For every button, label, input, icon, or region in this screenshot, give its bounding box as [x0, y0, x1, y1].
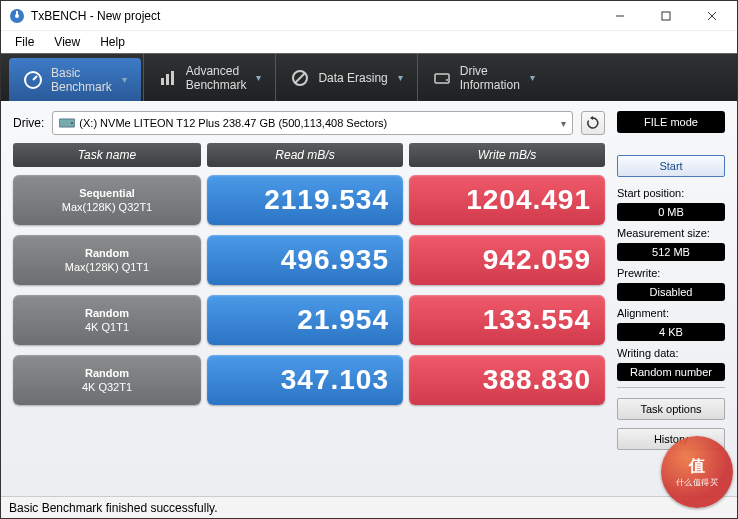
svg-rect-14 — [435, 74, 449, 83]
tab-label-l2: Benchmark — [51, 80, 112, 94]
start-button[interactable]: Start — [617, 155, 725, 177]
titlebar: TxBENCH - New project — [1, 1, 737, 31]
refresh-icon — [586, 116, 600, 130]
chevron-down-icon: ▾ — [122, 74, 127, 85]
erase-icon — [290, 68, 310, 88]
menu-help[interactable]: Help — [92, 33, 133, 51]
results-header: Task name Read mB/s Write mB/s — [13, 143, 605, 167]
prewrite-label: Prewrite: — [617, 267, 725, 279]
result-row: Random4K Q32T1 347.103 388.830 — [13, 355, 605, 405]
task-cell: SequentialMax(128K) Q32T1 — [13, 175, 201, 225]
drive-select[interactable]: (X:) NVMe LITEON T12 Plus 238.47 GB (500… — [52, 111, 573, 135]
maximize-button[interactable] — [643, 1, 689, 31]
read-value: 21.954 — [207, 295, 403, 345]
measurement-size-value: 512 MB — [617, 243, 725, 261]
tab-advanced-benchmark[interactable]: AdvancedBenchmark ▾ — [143, 54, 276, 101]
tab-data-erasing[interactable]: Data Erasing ▾ — [275, 54, 416, 101]
menubar: File View Help — [1, 31, 737, 53]
chevron-down-icon: ▾ — [561, 118, 566, 129]
gauge-icon — [23, 70, 43, 90]
writing-data-value: Random number — [617, 363, 725, 381]
drive-label: Drive: — [13, 116, 44, 130]
alignment-label: Alignment: — [617, 307, 725, 319]
svg-rect-11 — [171, 71, 174, 85]
divider — [617, 387, 725, 388]
read-value: 347.103 — [207, 355, 403, 405]
main-column: Drive: (X:) NVMe LITEON T12 Plus 238.47 … — [13, 111, 605, 492]
drive-icon — [432, 68, 452, 88]
svg-point-2 — [15, 14, 19, 18]
drive-value: (X:) NVMe LITEON T12 Plus 238.47 GB (500… — [79, 117, 387, 129]
task-cell: Random4K Q1T1 — [13, 295, 201, 345]
svg-point-17 — [71, 122, 73, 124]
header-read: Read mB/s — [207, 143, 403, 167]
write-value: 1204.491 — [409, 175, 605, 225]
statusbar: Basic Benchmark finished successfully. — [1, 496, 737, 518]
window-title: TxBENCH - New project — [31, 9, 597, 23]
prewrite-value: Disabled — [617, 283, 725, 301]
measurement-size-label: Measurement size: — [617, 227, 725, 239]
watermark-badge: 值 什么值得买 — [661, 436, 733, 508]
minimize-button[interactable] — [597, 1, 643, 31]
file-mode-indicator: FILE mode — [617, 111, 725, 133]
svg-line-13 — [295, 73, 305, 83]
header-task: Task name — [13, 143, 201, 167]
drive-row: Drive: (X:) NVMe LITEON T12 Plus 238.47 … — [13, 111, 605, 135]
write-value: 388.830 — [409, 355, 605, 405]
close-button[interactable] — [689, 1, 735, 31]
header-write: Write mB/s — [409, 143, 605, 167]
svg-rect-9 — [161, 78, 164, 85]
start-position-value: 0 MB — [617, 203, 725, 221]
svg-line-8 — [33, 76, 37, 80]
task-cell: Random4K Q32T1 — [13, 355, 201, 405]
tabbar: BasicBenchmark ▾ AdvancedBenchmark ▾ Dat… — [1, 53, 737, 101]
watermark-main: 值 — [689, 456, 705, 477]
refresh-button[interactable] — [581, 111, 605, 135]
read-value: 2119.534 — [207, 175, 403, 225]
svg-rect-4 — [662, 12, 670, 20]
tab-drive-information[interactable]: DriveInformation ▾ — [417, 54, 549, 101]
alignment-value: 4 KB — [617, 323, 725, 341]
write-value: 133.554 — [409, 295, 605, 345]
chevron-down-icon: ▾ — [530, 72, 535, 83]
start-position-label: Start position: — [617, 187, 725, 199]
app-icon — [9, 8, 25, 24]
menu-view[interactable]: View — [46, 33, 88, 51]
bar-chart-icon — [158, 68, 178, 88]
read-value: 496.935 — [207, 235, 403, 285]
svg-rect-10 — [166, 74, 169, 85]
result-row: Random4K Q1T1 21.954 133.554 — [13, 295, 605, 345]
chevron-down-icon: ▾ — [256, 72, 261, 83]
tab-label-l1: Basic — [51, 66, 80, 80]
task-options-button[interactable]: Task options — [617, 398, 725, 420]
tab-basic-benchmark[interactable]: BasicBenchmark ▾ — [9, 58, 141, 101]
body-area: Drive: (X:) NVMe LITEON T12 Plus 238.47 … — [1, 101, 737, 496]
status-text: Basic Benchmark finished successfully. — [9, 501, 218, 515]
menu-file[interactable]: File — [7, 33, 42, 51]
writing-data-label: Writing data: — [617, 347, 725, 359]
result-row: RandomMax(128K) Q1T1 496.935 942.059 — [13, 235, 605, 285]
result-row: SequentialMax(128K) Q32T1 2119.534 1204.… — [13, 175, 605, 225]
chevron-down-icon: ▾ — [398, 72, 403, 83]
task-cell: RandomMax(128K) Q1T1 — [13, 235, 201, 285]
side-column: FILE mode Start Start position: 0 MB Mea… — [617, 111, 725, 492]
write-value: 942.059 — [409, 235, 605, 285]
watermark-sub: 什么值得买 — [676, 477, 719, 488]
hdd-icon — [59, 117, 75, 129]
svg-point-15 — [446, 79, 448, 81]
